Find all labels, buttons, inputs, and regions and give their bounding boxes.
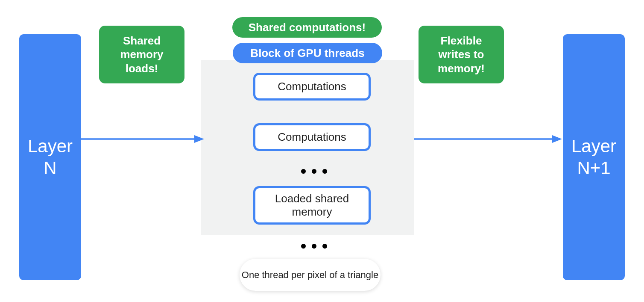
layer-n-plus-1-box: Layer N+1 xyxy=(563,34,625,280)
block-label-text: Block of GPU threads xyxy=(250,47,364,60)
svg-marker-3 xyxy=(552,135,562,143)
computations-box-1: Computations xyxy=(253,73,371,101)
layer-n-label: Layer N xyxy=(28,136,73,179)
arrow-left xyxy=(81,133,205,145)
layer-n-box: Layer N xyxy=(19,34,81,280)
computations-box-2: Computations xyxy=(253,123,371,151)
ibox3-text: Loaded shared memory xyxy=(255,192,369,219)
ibox2-text: Computations xyxy=(278,130,346,144)
ellipsis-outer xyxy=(297,244,331,249)
pill-shared-computations: Shared computations! xyxy=(232,17,382,38)
caption-text: One thread per pixel of a triangle xyxy=(242,269,378,281)
ibox1-text: Computations xyxy=(278,80,346,93)
ellipsis-inner xyxy=(297,169,331,174)
caption-one-thread-per-pixel: One thread per pixel of a triangle xyxy=(240,259,381,291)
block-of-gpu-threads-label: Block of GPU threads xyxy=(233,43,382,63)
svg-marker-1 xyxy=(194,135,204,143)
loaded-shared-memory-box: Loaded shared memory xyxy=(253,186,371,225)
pill-flexible-writes: Flexible writes to memory! xyxy=(419,26,504,83)
layer-n1-label: Layer N+1 xyxy=(571,136,616,179)
arrow-right xyxy=(414,133,563,145)
pill-shared-memory-loads: Shared memory loads! xyxy=(99,26,184,83)
pill-right-text: Flexible writes to memory! xyxy=(427,34,495,76)
pill-top-text: Shared computations! xyxy=(249,21,366,35)
pill-left-text: Shared memory loads! xyxy=(108,34,176,76)
